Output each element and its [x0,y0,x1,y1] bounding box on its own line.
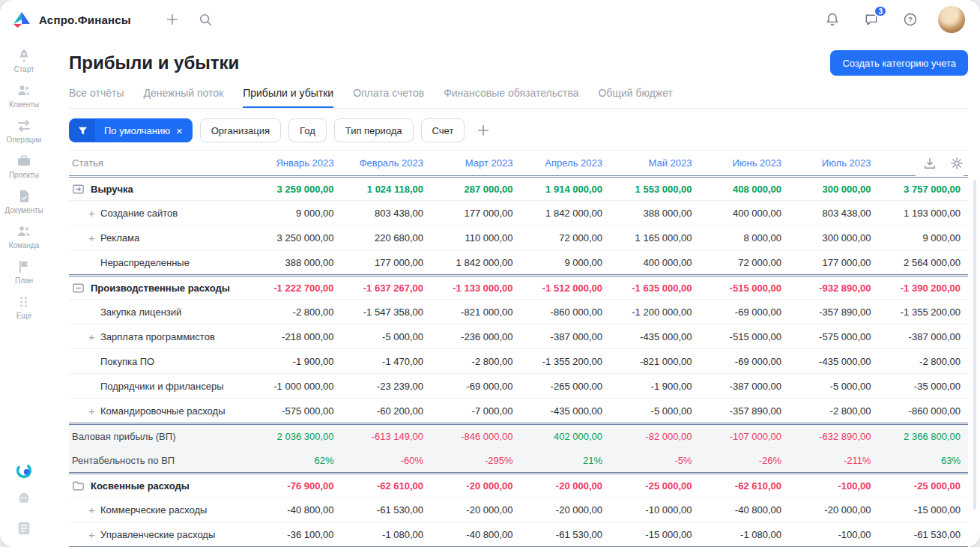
row-name-cell[interactable]: Выручка [69,183,252,196]
notifications-bell-icon[interactable] [821,8,844,31]
table-row[interactable]: +Создание сайтов9 000,00803 438,00177 00… [69,200,968,225]
value-cell: -1 000 000,00 [252,381,342,392]
sidebar-item-operations[interactable]: Операции [0,118,48,144]
sidebar-item-more[interactable]: Ещё [0,294,48,320]
row-name: Закупка лицензий [100,306,181,318]
expand-plus-icon[interactable]: + [88,232,100,244]
filter-chip-1[interactable]: Год [288,118,327,142]
row-name-cell[interactable]: +Командировочные расходы [69,405,252,417]
value-cell: -35 000,00 [879,381,969,392]
tab-1[interactable]: Денежный поток [143,84,223,108]
column-header-month-2[interactable]: Март 2023 [431,157,521,169]
value-cell: -1 355 200,00 [521,356,611,367]
value-cell: 110 000,00 [431,232,521,244]
row-name-cell[interactable]: +Управленческие расходы [69,529,252,540]
column-header-article[interactable]: Статья [69,157,252,169]
tab-2[interactable]: Прибыли и убытки [243,84,333,108]
column-header-month-0[interactable]: Январь 2023 [252,157,342,169]
table-row[interactable]: Косвенные расходы-76 900,00-62 610,00-20… [69,472,968,497]
user-avatar[interactable] [938,6,965,33]
sidebar-item-documents[interactable]: Документы [0,189,48,214]
value-cell: -1 470,00 [342,356,432,367]
value-cell: -1 222 700,00 [252,282,342,294]
tab-4[interactable]: Финансовые обязательства [444,84,578,108]
sidebar-item-clients[interactable]: Клиенты [0,83,48,109]
sidebar-item-start[interactable]: Старт [0,48,48,73]
app-logo-icon[interactable] [12,10,31,29]
row-name-cell[interactable]: +Покупка ПО [69,356,252,367]
row-name-cell[interactable]: +Закупка лицензий [69,306,252,318]
help-icon[interactable]: ? [899,8,922,31]
add-icon[interactable] [161,8,184,31]
table-row[interactable]: +Закупка лицензий-2 800,00-1 547 358,00-… [69,299,968,324]
row-name-cell[interactable]: +Создание сайтов [69,208,252,219]
value-cell: -40 800,00 [700,504,790,516]
tab-0[interactable]: Все отчёты [69,84,124,108]
tab-5[interactable]: Общий бюджет [598,84,672,108]
column-header-month-1[interactable]: Февраль 2023 [342,157,432,169]
filter-chip-3[interactable]: Счет [421,118,465,142]
row-name-cell[interactable]: +Реклама [69,232,252,244]
value-cell: 402 000,00 [521,431,611,442]
vertical-scrollbar[interactable] [973,180,976,510]
value-cell: -1 080,00 [342,529,432,540]
value-cell: -575 000,00 [789,331,879,342]
row-name-cell[interactable]: Рентабельность по ВП [69,455,252,466]
sidebar-item-projects[interactable]: Проекты [0,154,48,179]
download-icon[interactable] [923,157,937,170]
filter-chip-2[interactable]: Тип периода [334,118,414,142]
table-row[interactable]: +Подрядчики и фрилансеры-1 000 000,00-23… [69,373,968,398]
row-name-cell[interactable]: Производственные расходы [69,282,252,294]
sidebar-item-label: Операции [7,136,42,144]
row-name-cell[interactable]: +Зарплата программистов [69,331,252,342]
column-header-month-4[interactable]: Май 2023 [610,157,700,169]
expand-plus-icon[interactable]: + [88,208,100,219]
expand-plus-icon[interactable]: + [88,405,100,417]
tab-3[interactable]: Оплата счетов [353,84,424,108]
table-row[interactable]: Валовая прибыль (ВП)2 036 300,00-613 149… [69,423,968,447]
value-cell: -36 100,00 [252,529,342,540]
active-filter-chip[interactable]: По умолчанию × [69,118,193,142]
search-icon[interactable] [194,8,217,31]
sidebar-item-plan[interactable]: План [0,259,48,285]
value-cell: -76 900,00 [252,480,342,492]
table-row[interactable]: +Командировочные расходы-575 000,00-60 2… [69,398,968,423]
sidebar-item-team[interactable]: Команда [0,224,48,250]
column-header-month-3[interactable]: Апрель 2023 [521,157,611,169]
dock-app-icon-2[interactable] [16,520,32,537]
dock-app-icon-1[interactable] [16,492,32,508]
add-filter-icon[interactable] [477,124,490,137]
sidebar-item-label: Старт [13,65,34,73]
expand-plus-icon[interactable]: + [88,529,100,540]
row-name-cell[interactable]: +Подрядчики и фрилансеры [69,381,252,392]
aspro-dock-logo-icon[interactable] [15,462,33,480]
column-header-month-5[interactable]: Июнь 2023 [700,157,790,169]
pnl-table: Статья Январь 2023Февраль 2023Март 2023А… [69,150,968,547]
value-cell: 2 366 800,00 [879,431,969,442]
table-row[interactable]: +Коммерческие расходы-40 800,00-61 530,0… [69,497,968,522]
row-name-cell[interactable]: Косвенные расходы [69,480,252,492]
sidebar-item-label: Ещё [16,312,31,320]
column-header-month-6[interactable]: Июль 2023 [789,157,879,169]
table-row[interactable]: +Реклама3 250 000,00220 680,00110 000,00… [69,225,968,250]
filter-chip-0[interactable]: Организация [200,118,281,142]
table-row[interactable]: +Покупка ПО-1 900,00-1 470,00-2 800,00-1… [69,348,968,373]
table-row[interactable]: Рентабельность по ВП62%-60%-295%21%-5%-2… [69,447,968,472]
create-category-button[interactable]: Создать категорию учета [830,50,968,76]
row-name-cell[interactable]: +Коммерческие расходы [69,504,252,516]
value-cell: -69 000,00 [700,356,790,367]
expand-plus-icon[interactable]: + [88,331,100,342]
value-cell: 8 000,00 [700,232,790,244]
clear-filter-icon[interactable]: × [175,124,192,137]
chat-icon[interactable]: 3 [860,8,883,31]
row-name: Валовая прибыль (ВП) [72,431,175,442]
settings-gear-icon[interactable] [950,157,964,170]
table-row[interactable]: +Нераспределенные388 000,00177 000,001 8… [69,250,968,274]
table-row[interactable]: +Управленческие расходы-36 100,00-1 080,… [69,522,968,546]
table-row[interactable]: Выручка3 259 000,001 024 118,00287 000,0… [69,175,968,200]
table-row[interactable]: +Зарплата программистов-218 000,00-5 000… [69,324,968,348]
row-name-cell[interactable]: Валовая прибыль (ВП) [69,431,252,442]
expand-plus-icon[interactable]: + [88,504,100,516]
row-name-cell[interactable]: +Нераспределенные [69,257,252,268]
table-row[interactable]: Производственные расходы-1 222 700,00-1 … [69,274,968,299]
